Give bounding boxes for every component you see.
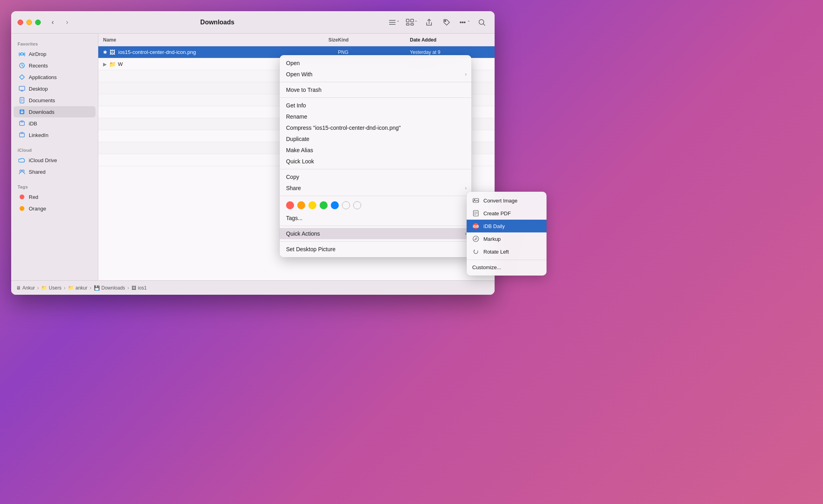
breadcrumb-label: Users bbox=[49, 285, 61, 291]
svg-point-8 bbox=[460, 22, 461, 23]
breadcrumb-ankur[interactable]: 🖥 Ankur bbox=[16, 285, 35, 291]
tag-color-orange[interactable] bbox=[297, 201, 305, 209]
tag-color-empty2[interactable] bbox=[353, 201, 361, 209]
breadcrumb-label: ios1 bbox=[138, 285, 147, 291]
menu-separator bbox=[280, 169, 471, 169]
submenu-item-convert-image[interactable]: Convert Image bbox=[467, 194, 547, 207]
more-icon[interactable]: ⌃ bbox=[458, 16, 471, 29]
menu-item-quick-look[interactable]: Quick Look bbox=[280, 156, 471, 167]
tag-color-yellow[interactable] bbox=[308, 201, 316, 209]
menu-separator bbox=[280, 226, 471, 226]
menu-item-share[interactable]: Share › bbox=[280, 183, 471, 194]
svg-point-29 bbox=[20, 194, 24, 199]
menu-item-set-desktop[interactable]: Set Desktop Picture bbox=[280, 244, 471, 255]
documents-label: Documents bbox=[29, 97, 55, 103]
col-date-header[interactable]: Date Added bbox=[410, 37, 490, 43]
menu-item-copy[interactable]: Copy bbox=[280, 171, 471, 183]
desktop-label: Desktop bbox=[29, 86, 48, 92]
icloud-drive-label: iCloud Drive bbox=[29, 157, 57, 163]
breadcrumb-ankur2[interactable]: 📁 ankur bbox=[68, 285, 87, 291]
create-pdf-label: Create PDF bbox=[483, 210, 511, 216]
submenu-item-customize[interactable]: Customize... bbox=[467, 262, 547, 273]
submenu-item-rotate-left[interactable]: Rotate Left bbox=[467, 245, 547, 258]
list-view-icon[interactable]: ⌃ bbox=[388, 16, 400, 29]
sidebar-item-linkedin[interactable]: LinkedIn bbox=[14, 129, 95, 141]
tag-icon[interactable] bbox=[440, 16, 453, 29]
col-kind-header[interactable]: Kind bbox=[338, 37, 410, 43]
sidebar-item-downloads[interactable]: Downloads bbox=[14, 106, 95, 117]
submenu-item-idb-daily[interactable]: iDB iDB Daily bbox=[467, 220, 547, 232]
toolbar-right: ⌃ ⌃ bbox=[388, 16, 488, 29]
menu-separator bbox=[280, 196, 471, 196]
menu-item-trash[interactable]: Move to Trash bbox=[280, 84, 471, 95]
maximize-button[interactable] bbox=[35, 20, 41, 25]
col-name-header[interactable]: Name bbox=[103, 37, 290, 43]
svg-point-28 bbox=[22, 170, 24, 172]
tags-label: Tags bbox=[11, 181, 98, 191]
breadcrumb-file[interactable]: 🖼 ios1 bbox=[131, 285, 147, 291]
sidebar-item-idb[interactable]: iDB bbox=[14, 118, 95, 129]
chevron-right-icon: › bbox=[465, 71, 467, 77]
file-name-cell: ✱ 🖼 ios15-control-center-dnd-icon.png bbox=[103, 49, 290, 56]
menu-item-tags[interactable]: Tags... bbox=[280, 212, 471, 224]
sidebar-item-airdrop[interactable]: AirDrop bbox=[14, 48, 95, 60]
breadcrumb-users[interactable]: 📁 Users bbox=[41, 285, 61, 291]
sidebar-item-tag-orange[interactable]: Orange bbox=[14, 203, 95, 214]
applications-icon bbox=[18, 73, 26, 81]
menu-item-duplicate[interactable]: Duplicate bbox=[280, 133, 471, 145]
rotate-left-label: Rotate Left bbox=[483, 249, 509, 255]
svg-point-27 bbox=[20, 170, 22, 172]
applications-label: Applications bbox=[29, 74, 57, 80]
window-title: Downloads bbox=[47, 19, 388, 26]
customize-label: Customize... bbox=[472, 264, 501, 270]
minimize-button[interactable] bbox=[26, 20, 32, 25]
sidebar-item-icloud-drive[interactable]: iCloud Drive bbox=[14, 155, 95, 166]
search-icon[interactable] bbox=[475, 16, 488, 29]
sidebar-item-tag-red[interactable]: Red bbox=[14, 191, 95, 202]
tag-red-icon bbox=[18, 193, 26, 200]
title-bar: ‹ › Downloads ⌃ ⌃ bbox=[11, 11, 495, 34]
svg-rect-5 bbox=[406, 24, 409, 25]
tag-color-green[interactable] bbox=[320, 201, 328, 209]
airdrop-icon bbox=[18, 50, 26, 58]
context-menu: Open Open With › Move to Trash Get Info … bbox=[280, 55, 471, 257]
convert-image-icon bbox=[472, 197, 479, 204]
menu-item-get-info[interactable]: Get Info bbox=[280, 100, 471, 111]
tag-color-empty1[interactable] bbox=[342, 201, 350, 209]
col-size-header[interactable]: Size bbox=[290, 37, 338, 43]
idb-daily-icon: iDB bbox=[472, 222, 479, 230]
tag-orange-label: Orange bbox=[29, 206, 46, 212]
share-icon[interactable] bbox=[423, 16, 435, 29]
breadcrumb-sep: › bbox=[37, 285, 39, 291]
menu-item-compress[interactable]: Compress "ios15-control-center-dnd-icon.… bbox=[280, 122, 471, 133]
sidebar-item-recents[interactable]: Recents bbox=[14, 60, 95, 71]
submenu-item-create-pdf[interactable]: Create PDF bbox=[467, 207, 547, 220]
menu-item-make-alias[interactable]: Make Alias bbox=[280, 145, 471, 156]
menu-item-open-with[interactable]: Open With › bbox=[280, 69, 471, 80]
menu-item-rename[interactable]: Rename bbox=[280, 111, 471, 122]
rotate-left-icon bbox=[472, 248, 479, 255]
quick-actions-submenu: Convert Image Create PDF iDB iDB Daily bbox=[467, 192, 547, 276]
documents-icon bbox=[18, 97, 26, 104]
sidebar-item-applications[interactable]: Applications bbox=[14, 71, 95, 83]
close-button[interactable] bbox=[18, 20, 23, 25]
svg-rect-6 bbox=[411, 24, 413, 25]
tag-color-blue[interactable] bbox=[331, 201, 339, 209]
menu-separator bbox=[280, 82, 471, 82]
menu-separator bbox=[280, 97, 471, 98]
svg-point-10 bbox=[464, 22, 465, 23]
submenu-item-markup[interactable]: Markup bbox=[467, 232, 547, 245]
sidebar-item-documents[interactable]: Documents bbox=[14, 95, 95, 106]
chevron-right-icon: › bbox=[465, 185, 467, 191]
file-name-cell: ▶ 📁 W bbox=[103, 61, 290, 67]
breadcrumb-downloads[interactable]: 💾 Downloads bbox=[94, 285, 125, 291]
color-picker bbox=[280, 198, 471, 212]
menu-item-open[interactable]: Open bbox=[280, 58, 471, 69]
sidebar-item-shared[interactable]: Shared bbox=[14, 166, 95, 177]
grid-view-icon[interactable]: ⌃ bbox=[405, 16, 418, 29]
sidebar-item-desktop[interactable]: Desktop bbox=[14, 83, 95, 94]
tag-color-red[interactable] bbox=[286, 201, 294, 209]
airdrop-label: AirDrop bbox=[29, 51, 46, 57]
menu-item-quick-actions[interactable]: Quick Actions › bbox=[280, 228, 471, 239]
recents-icon bbox=[18, 62, 26, 69]
